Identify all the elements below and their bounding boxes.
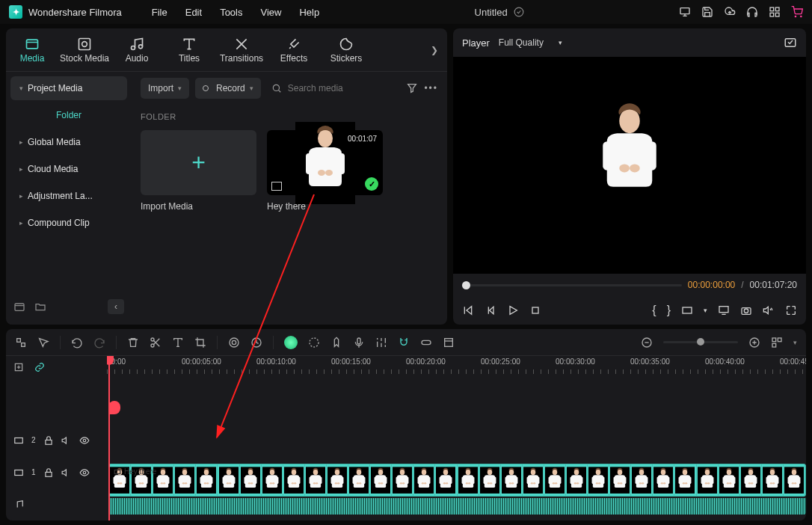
text-tool-icon[interactable] (172, 337, 184, 349)
tab-stock-media[interactable]: Stock Media (58, 28, 111, 72)
cart-icon[interactable] (791, 6, 803, 18)
tab-stickers[interactable]: Stickers (320, 28, 372, 72)
camera-icon[interactable] (740, 304, 752, 316)
menu-edit[interactable]: Edit (185, 7, 202, 18)
volume-icon[interactable] (763, 304, 775, 316)
media-clip-tile[interactable]: 00:01:07 ✓ Hey there (267, 130, 383, 212)
play-backward-icon[interactable] (485, 304, 496, 316)
sidebar-item-compound-clip[interactable]: ▸Compound Clip (10, 211, 127, 235)
collapse-sidebar-icon[interactable]: ‹ (108, 299, 124, 314)
sidebar-item-folder[interactable]: Folder (10, 103, 127, 127)
menu-help[interactable]: Help (299, 7, 319, 18)
mark-out-icon[interactable]: } (667, 304, 671, 317)
video-track-1-header[interactable]: 1 (6, 456, 107, 488)
apps-icon[interactable] (769, 6, 781, 18)
tab-media[interactable]: Media (6, 28, 58, 72)
headphones-icon[interactable] (746, 6, 758, 18)
magnet-icon[interactable] (398, 337, 410, 349)
selection-tool-icon[interactable] (15, 337, 27, 349)
mic-icon[interactable] (353, 337, 365, 349)
undo-icon[interactable] (71, 337, 83, 349)
chevron-down-icon[interactable]: ▾ (793, 339, 797, 346)
audio-track-header[interactable] (6, 488, 107, 521)
tab-effects[interactable]: Effects (268, 28, 320, 72)
more-icon[interactable]: ••• (424, 83, 438, 93)
mute-icon[interactable] (61, 435, 72, 446)
svg-point-16 (82, 41, 87, 46)
timeline-audio-clip[interactable] (108, 498, 806, 515)
marker-icon[interactable] (330, 337, 342, 349)
fullscreen-icon[interactable] (785, 304, 797, 316)
svg-point-13 (801, 16, 802, 16)
view-options-icon[interactable] (771, 337, 783, 349)
svg-point-6 (514, 7, 523, 16)
lock-icon[interactable] (43, 435, 54, 446)
menu-view[interactable]: View (260, 7, 281, 18)
timeline-toolbar: ▾ (6, 329, 806, 356)
tab-titles[interactable]: Titles (163, 28, 215, 72)
svg-rect-47 (15, 470, 23, 475)
new-folder-icon[interactable] (13, 301, 25, 313)
cloud-icon[interactable] (724, 6, 736, 18)
folder-icon[interactable] (34, 301, 46, 313)
play-icon[interactable] (507, 304, 519, 316)
layout-icon[interactable] (718, 304, 730, 316)
tabs-scroll-right-icon[interactable]: ❯ (431, 45, 438, 55)
sidebar-item-project-media[interactable]: ▾Project Media (10, 76, 127, 100)
filmstrip-icon (271, 182, 282, 191)
import-media-tile[interactable]: + Import Media (141, 130, 256, 212)
marker[interactable] (108, 401, 120, 414)
zoom-in-icon[interactable] (748, 337, 760, 349)
menu-tools[interactable]: Tools (220, 7, 242, 18)
video-track-2-header[interactable]: 2 (6, 425, 107, 457)
snapshot-icon[interactable] (784, 36, 797, 49)
monitor-icon[interactable] (679, 6, 691, 18)
cursor-tool-icon[interactable] (37, 337, 49, 349)
visibility-icon[interactable] (79, 467, 90, 478)
prev-frame-icon[interactable] (462, 304, 474, 316)
sidebar-item-adjustment-layer[interactable]: ▸Adjustment La... (10, 184, 127, 208)
tab-audio[interactable]: Audio (111, 28, 163, 72)
link-icon[interactable] (420, 337, 432, 349)
mixer-icon[interactable] (375, 337, 387, 349)
speed-icon[interactable] (250, 337, 262, 349)
adjust-icon[interactable] (308, 337, 320, 349)
filter-icon[interactable] (406, 82, 418, 94)
record-dropdown[interactable]: Record▾ (195, 78, 261, 99)
add-track-icon[interactable] (13, 362, 24, 372)
color-icon[interactable] (228, 337, 240, 349)
mute-icon[interactable] (61, 467, 72, 478)
lock-icon[interactable] (43, 467, 54, 478)
svg-rect-22 (532, 307, 538, 313)
search-input[interactable] (288, 83, 401, 93)
ai-tool-icon[interactable] (284, 336, 298, 349)
crop-icon[interactable] (194, 337, 206, 349)
visibility-icon[interactable] (79, 435, 90, 446)
stop-icon[interactable] (529, 304, 541, 316)
preview-viewport[interactable] (453, 57, 806, 274)
project-name[interactable]: Untitled (475, 7, 508, 18)
aspect-ratio-icon[interactable] (681, 304, 693, 316)
zoom-out-icon[interactable] (641, 337, 653, 349)
zoom-slider[interactable] (663, 341, 738, 343)
delete-icon[interactable] (127, 337, 139, 349)
chevron-down-icon[interactable]: ▾ (704, 307, 707, 314)
link-tracks-icon[interactable] (34, 362, 45, 372)
timeline-clip[interactable]: Hey there (108, 464, 806, 497)
svg-rect-41 (778, 338, 781, 342)
playhead[interactable] (108, 356, 110, 521)
quality-dropdown[interactable]: Full Quality▾ (499, 37, 562, 48)
tab-transitions[interactable]: Transitions (215, 28, 268, 72)
import-dropdown[interactable]: Import▾ (141, 78, 189, 99)
redo-icon[interactable] (93, 337, 105, 349)
menu-file[interactable]: File (152, 7, 167, 18)
render-icon[interactable] (443, 337, 455, 349)
timeline-tracks-area[interactable]: 00:0000:00:05:0000:00:10:0000:00:15:0000… (107, 356, 806, 521)
split-icon[interactable] (150, 337, 162, 349)
timeline-ruler[interactable]: 00:0000:00:05:0000:00:10:0000:00:15:0000… (107, 356, 806, 378)
scrub-bar[interactable] (462, 284, 682, 286)
sidebar-item-cloud-media[interactable]: ▸Cloud Media (10, 157, 127, 181)
mark-in-icon[interactable]: { (652, 304, 656, 317)
sidebar-item-global-media[interactable]: ▸Global Media (10, 130, 127, 154)
save-icon[interactable] (701, 6, 713, 18)
